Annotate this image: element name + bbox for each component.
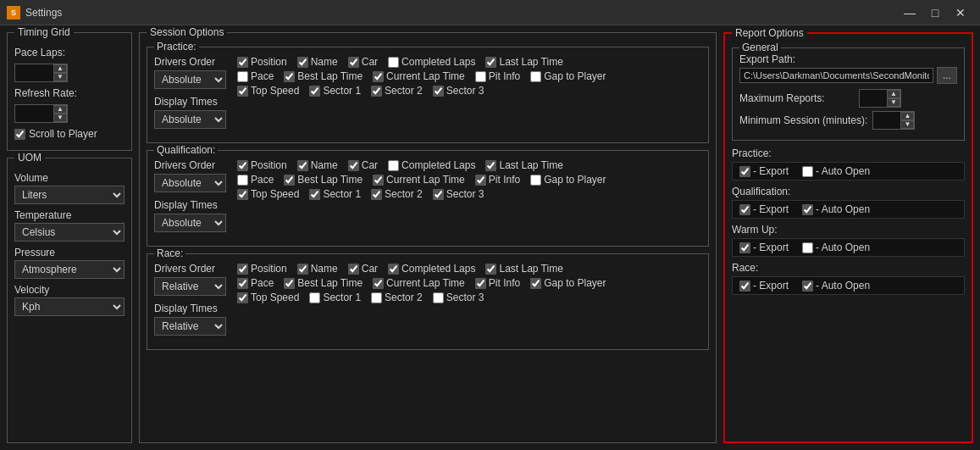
practice-currentlap-label[interactable]: Current Lap Time bbox=[386, 70, 465, 82]
practice-position-item[interactable]: Position bbox=[237, 56, 287, 68]
report-practice-autoopen-checkbox[interactable] bbox=[802, 166, 813, 177]
practice-display-times-select[interactable]: AbsoluteRelative bbox=[154, 110, 226, 129]
race-name-checkbox[interactable] bbox=[297, 264, 308, 275]
race-completedlaps-checkbox[interactable] bbox=[388, 264, 399, 275]
report-qualification-export-checkbox[interactable] bbox=[739, 204, 750, 215]
practice-pace-item[interactable]: Pace bbox=[237, 70, 274, 82]
pressure-select[interactable]: Atmosphere PSI Bar bbox=[14, 260, 125, 279]
practice-lastlap-item[interactable]: Last Lap Time bbox=[485, 56, 562, 68]
qualification-name-checkbox[interactable] bbox=[297, 160, 308, 171]
practice-lastlap-label[interactable]: Last Lap Time bbox=[499, 56, 562, 68]
practice-pitinfo-checkbox[interactable] bbox=[475, 71, 486, 82]
export-path-input[interactable]: C:\Users\Darkman\Documents\SecondMonitor bbox=[739, 68, 933, 83]
practice-sector3-checkbox[interactable] bbox=[433, 86, 444, 97]
race-bestlap-checkbox[interactable] bbox=[284, 278, 295, 289]
pace-laps-input[interactable]: 3 bbox=[15, 66, 53, 80]
report-warmup-export-label[interactable]: - Export bbox=[753, 242, 789, 253]
practice-currentlap-item[interactable]: Current Lap Time bbox=[373, 70, 465, 82]
race-lastlap-checkbox[interactable] bbox=[485, 264, 496, 275]
minimize-button[interactable]: — bbox=[897, 0, 922, 25]
browse-button[interactable]: ... bbox=[937, 67, 957, 84]
max-reports-spinbox[interactable]: 20 ▲ ▼ bbox=[859, 89, 901, 108]
race-sector2-checkbox[interactable] bbox=[371, 292, 382, 303]
qualification-topspeed-checkbox[interactable] bbox=[237, 189, 248, 200]
practice-sector2-checkbox[interactable] bbox=[371, 86, 382, 97]
refresh-rate-spinbox[interactable]: 300 ▲ ▼ bbox=[14, 104, 68, 123]
practice-gap-checkbox[interactable] bbox=[530, 71, 541, 82]
qualification-bestlap-checkbox[interactable] bbox=[284, 175, 295, 186]
practice-sector3-label[interactable]: Sector 3 bbox=[446, 85, 484, 97]
practice-topspeed-checkbox[interactable] bbox=[237, 86, 248, 97]
race-pace-checkbox[interactable] bbox=[237, 278, 248, 289]
report-race-export-label[interactable]: - Export bbox=[753, 280, 789, 292]
report-qualification-autoopen-checkbox[interactable] bbox=[802, 204, 813, 215]
max-reports-up-button[interactable]: ▲ bbox=[887, 90, 900, 98]
practice-sector3-item[interactable]: Sector 3 bbox=[433, 85, 484, 97]
report-race-autoopen-label[interactable]: - Auto Open bbox=[816, 280, 870, 292]
practice-pace-checkbox[interactable] bbox=[237, 71, 248, 82]
practice-name-checkbox[interactable] bbox=[297, 57, 308, 68]
practice-completedlaps-item[interactable]: Completed Laps bbox=[388, 56, 475, 68]
qualification-currentlap-checkbox[interactable] bbox=[373, 175, 384, 186]
pace-laps-up-button[interactable]: ▲ bbox=[53, 64, 67, 73]
practice-completedlaps-label[interactable]: Completed Laps bbox=[401, 56, 475, 68]
qualification-sector3-checkbox[interactable] bbox=[433, 189, 444, 200]
report-race-export-checkbox[interactable] bbox=[739, 281, 750, 292]
max-reports-down-button[interactable]: ▼ bbox=[887, 98, 900, 107]
qualification-drivers-order-select[interactable]: AbsoluteRelative bbox=[154, 174, 226, 192]
report-qualification-autoopen-item[interactable]: - Auto Open bbox=[802, 203, 870, 215]
min-session-input[interactable]: 5 bbox=[873, 114, 900, 127]
qualification-position-checkbox[interactable] bbox=[237, 160, 248, 171]
maximize-button[interactable]: □ bbox=[922, 0, 948, 25]
practice-bestlap-item[interactable]: Best Lap Time bbox=[284, 70, 363, 82]
scroll-to-player-row[interactable]: Scroll to Player bbox=[14, 128, 125, 140]
qualification-lastlap-checkbox[interactable] bbox=[485, 160, 496, 171]
min-session-down-button[interactable]: ▼ bbox=[900, 120, 914, 129]
practice-car-item[interactable]: Car bbox=[348, 56, 378, 68]
report-practice-autoopen-item[interactable]: - Auto Open bbox=[802, 165, 870, 177]
report-qualification-export-label[interactable]: - Export bbox=[753, 203, 789, 215]
report-race-autoopen-item[interactable]: - Auto Open bbox=[802, 280, 870, 292]
race-gap-checkbox[interactable] bbox=[530, 278, 541, 289]
practice-sector2-item[interactable]: Sector 2 bbox=[371, 85, 423, 97]
qualification-sector1-checkbox[interactable] bbox=[309, 189, 320, 200]
min-session-spinbox[interactable]: 5 ▲ ▼ bbox=[872, 111, 915, 130]
practice-topspeed-item[interactable]: Top Speed bbox=[237, 85, 299, 97]
practice-pace-label[interactable]: Pace bbox=[251, 70, 274, 82]
report-warmup-autoopen-label[interactable]: - Auto Open bbox=[816, 242, 870, 253]
scroll-to-player-checkbox[interactable] bbox=[14, 129, 25, 140]
velocity-select[interactable]: Kph Mph bbox=[14, 297, 125, 316]
qualification-completedlaps-checkbox[interactable] bbox=[388, 160, 399, 171]
practice-sector1-label[interactable]: Sector 1 bbox=[323, 85, 361, 97]
qualification-gap-checkbox[interactable] bbox=[530, 175, 541, 186]
practice-pitinfo-item[interactable]: Pit Info bbox=[475, 70, 520, 82]
race-position-checkbox[interactable] bbox=[237, 264, 248, 275]
report-warmup-export-checkbox[interactable] bbox=[739, 242, 750, 253]
report-practice-autoopen-label[interactable]: - Auto Open bbox=[816, 165, 870, 177]
qualification-pitinfo-checkbox[interactable] bbox=[475, 175, 486, 186]
refresh-rate-input[interactable]: 300 bbox=[15, 107, 53, 120]
practice-position-checkbox[interactable] bbox=[237, 57, 248, 68]
temperature-select[interactable]: Celsius Fahrenheit bbox=[14, 223, 125, 242]
qualification-pace-checkbox[interactable] bbox=[237, 175, 248, 186]
practice-currentlap-checkbox[interactable] bbox=[373, 71, 384, 82]
qualification-car-checkbox[interactable] bbox=[348, 160, 359, 171]
race-sector3-checkbox[interactable] bbox=[433, 292, 444, 303]
report-warmup-export-item[interactable]: - Export bbox=[739, 242, 789, 253]
pace-laps-spinbox[interactable]: 3 ▲ ▼ bbox=[14, 64, 68, 82]
close-button[interactable]: ✕ bbox=[948, 0, 973, 25]
practice-bestlap-label[interactable]: Best Lap Time bbox=[297, 70, 363, 82]
report-practice-export-label[interactable]: - Export bbox=[753, 165, 789, 177]
race-sector1-checkbox[interactable] bbox=[309, 292, 320, 303]
practice-completedlaps-checkbox[interactable] bbox=[388, 57, 399, 68]
practice-lastlap-checkbox[interactable] bbox=[485, 57, 496, 68]
report-practice-export-checkbox[interactable] bbox=[739, 166, 750, 177]
report-qualification-export-item[interactable]: - Export bbox=[739, 203, 789, 215]
practice-position-label[interactable]: Position bbox=[251, 56, 287, 68]
practice-pitinfo-label[interactable]: Pit Info bbox=[489, 70, 520, 82]
report-warmup-autoopen-checkbox[interactable] bbox=[802, 242, 813, 253]
pace-laps-down-button[interactable]: ▼ bbox=[53, 73, 67, 81]
practice-sector2-label[interactable]: Sector 2 bbox=[385, 85, 423, 97]
max-reports-input[interactable]: 20 bbox=[860, 92, 887, 105]
race-topspeed-checkbox[interactable] bbox=[237, 292, 248, 303]
